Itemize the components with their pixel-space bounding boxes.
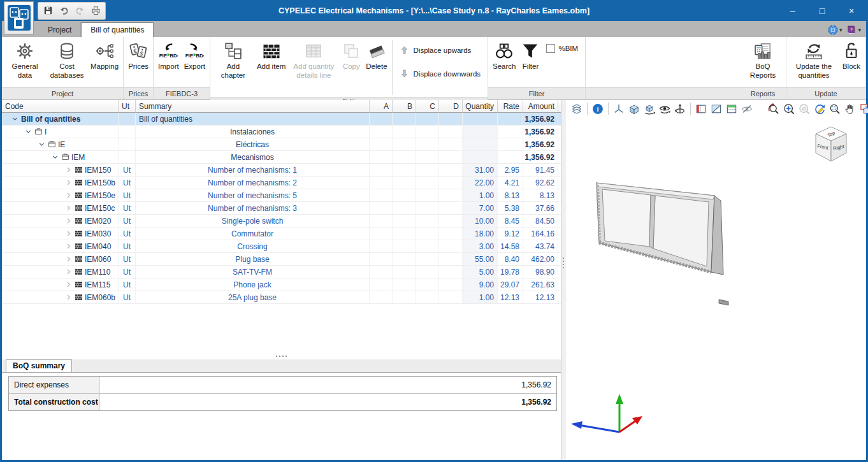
table-row-iem[interactable]: IEMMecanismos1,356.92 [2, 151, 561, 164]
collapse-chevron-icon[interactable] [51, 153, 59, 161]
expand-chevron-icon[interactable] [64, 217, 73, 225]
filter-button[interactable]: Filter [518, 38, 542, 71]
expand-chevron-icon[interactable] [64, 268, 73, 276]
code-text: Bill of quantities [21, 115, 80, 124]
redo-button[interactable] [73, 4, 87, 18]
info-button[interactable]: i [591, 102, 604, 115]
displace-upwards-button[interactable]: Displace upwards [397, 44, 483, 56]
horizontal-splitter[interactable] [2, 354, 561, 359]
collapse-chevron-icon[interactable] [38, 140, 46, 148]
expand-chevron-icon[interactable] [64, 204, 73, 212]
expand-chevron-icon[interactable] [64, 255, 73, 263]
table-row-iem020[interactable]: IEM020UtSingle-pole switch10.008.4584.50 [2, 215, 561, 227]
table-row-ie[interactable]: IEEléctricas1,356.92 [2, 138, 561, 151]
close-button[interactable]: × [837, 0, 866, 21]
save-button[interactable] [41, 4, 55, 18]
zoom-previous-button[interactable] [767, 102, 780, 115]
help-book-button[interactable]: ?▾ [846, 24, 861, 36]
view-3d-button[interactable] [628, 102, 640, 115]
table-row-iem060[interactable]: IEM060UtPlug base55.008.40462.00 [2, 253, 561, 266]
pan-icon [844, 103, 857, 115]
table-row-iem150e[interactable]: IEM150eUtNumber of mechanisms: 51.008.13… [2, 189, 561, 202]
layers-button[interactable] [570, 102, 583, 115]
rotate-view-button[interactable] [643, 102, 656, 115]
orbit-button[interactable] [658, 102, 671, 115]
boq-reports-button[interactable]: BoQ Reports [742, 38, 784, 80]
expand-chevron-icon[interactable] [64, 242, 73, 250]
prices-button[interactable]: €$Prices [126, 38, 151, 71]
zoom-extents-button[interactable] [783, 102, 795, 115]
bim-percent-checkbox[interactable]: %BIM [546, 44, 578, 53]
undo-button[interactable] [57, 4, 71, 18]
tab-project[interactable]: Project [39, 22, 81, 37]
language-globe-button[interactable]: ▾ [827, 24, 843, 36]
column-header-d[interactable]: D [439, 100, 463, 112]
column-header-code[interactable]: Code [2, 100, 119, 112]
column-header-rate[interactable]: Rate [498, 100, 523, 112]
app-menu-button[interactable] [4, 1, 34, 34]
collapse-chevron-icon[interactable] [11, 115, 19, 123]
table-row-iem030[interactable]: IEM030UtCommutator18.009.12164.16 [2, 227, 561, 240]
expand-chevron-icon[interactable] [64, 191, 73, 199]
column-header-a[interactable]: A [370, 100, 393, 112]
export-button[interactable]: FIEBDCExport [182, 38, 208, 71]
expand-chevron-icon[interactable] [64, 280, 73, 289]
table-row-iem060b[interactable]: IEM060bUt25A plug base1.0012.1312.13 [2, 291, 561, 304]
toolbar-divider [587, 103, 588, 115]
table-row-iem150[interactable]: IEM150UtNumber of mechanisms: 131.002.95… [2, 164, 561, 177]
pan-button[interactable] [844, 102, 857, 115]
add-chapter-button[interactable]: Add chapter [212, 38, 254, 80]
print-button[interactable] [89, 4, 103, 18]
spin-view-button[interactable] [674, 102, 686, 115]
table-row-i[interactable]: IInstalaciones1,356.92 [2, 126, 561, 138]
section-diagonal-button[interactable] [710, 102, 723, 115]
navigation-cube[interactable]: Top Front Right [811, 125, 851, 171]
block-button[interactable]: Block [839, 38, 864, 71]
delete-button[interactable]: Delete [363, 38, 389, 71]
table-row-bill-of-quantities[interactable]: Bill of quantitiesBill of quantities1,35… [2, 113, 561, 126]
table-row-iem115[interactable]: IEM115UtPhone jack9.0029.07261.63 [2, 278, 561, 291]
redraw-button[interactable] [813, 102, 826, 115]
collapse-chevron-icon[interactable] [24, 127, 33, 136]
search-button[interactable]: Search [490, 38, 518, 71]
cost-databases-button[interactable]: Cost databases [46, 38, 88, 80]
expand-chevron-icon[interactable] [64, 293, 73, 301]
rate-cell: 8.45 [498, 215, 523, 227]
col-d-cell [439, 278, 463, 291]
model-3d-panel-object[interactable] [591, 178, 733, 313]
table-row-iem110[interactable]: IEM110UtSAT-TV-FM5.0019.7898.90 [2, 266, 561, 278]
vertical-splitter[interactable] [561, 100, 566, 460]
displace-downwards-button[interactable]: Displace downwards [397, 68, 483, 80]
hide-elements-button[interactable] [741, 102, 753, 115]
column-header-ut[interactable]: Ut [119, 100, 136, 112]
section-left-button[interactable] [695, 102, 707, 115]
section-top-button[interactable] [725, 102, 738, 115]
expand-chevron-icon[interactable] [64, 178, 73, 187]
expand-chevron-icon[interactable] [64, 229, 73, 238]
column-header-c[interactable]: C [416, 100, 439, 112]
minimize-button[interactable]: – [778, 0, 807, 21]
expand-chevron-icon[interactable] [64, 166, 73, 174]
col-c-cell [416, 113, 439, 125]
col-b-cell [393, 177, 416, 189]
add-item-button[interactable]: Add item [254, 38, 288, 71]
quantity-cell: 55.00 [463, 253, 498, 265]
zoom-window-button[interactable] [828, 102, 841, 115]
column-header-quantity[interactable]: Quantity [463, 100, 498, 112]
tab-bill-of-quantities[interactable]: Bill of quantities [81, 22, 154, 37]
table-row-iem150c[interactable]: IEM150cUtNumber of mechanisms: 37.005.38… [2, 202, 561, 215]
maximize-button[interactable]: □ [807, 0, 837, 21]
update-the-quantities-button[interactable]: Update the quantities [788, 38, 839, 80]
tab-boq-summary[interactable]: BoQ summary [6, 359, 72, 372]
column-header-b[interactable]: B [393, 100, 416, 112]
axes-button[interactable] [612, 102, 625, 115]
table-row-iem150b[interactable]: IEM150bUtNumber of mechanisms: 222.004.2… [2, 177, 561, 189]
mapping-button[interactable]: Mapping [88, 38, 121, 71]
column-header-amount[interactable]: Amount [523, 100, 558, 112]
swap-window-button[interactable] [859, 102, 868, 115]
table-row-iem040[interactable]: IEM040UtCrossing3.0014.5843.74 [2, 240, 561, 253]
import-button[interactable]: FIEBDCImport [156, 38, 182, 71]
general-data-button[interactable]: General data [4, 38, 46, 80]
viewport-3d[interactable]: Top Front Right [566, 117, 866, 460]
column-header-summary[interactable]: Summary [136, 100, 370, 112]
